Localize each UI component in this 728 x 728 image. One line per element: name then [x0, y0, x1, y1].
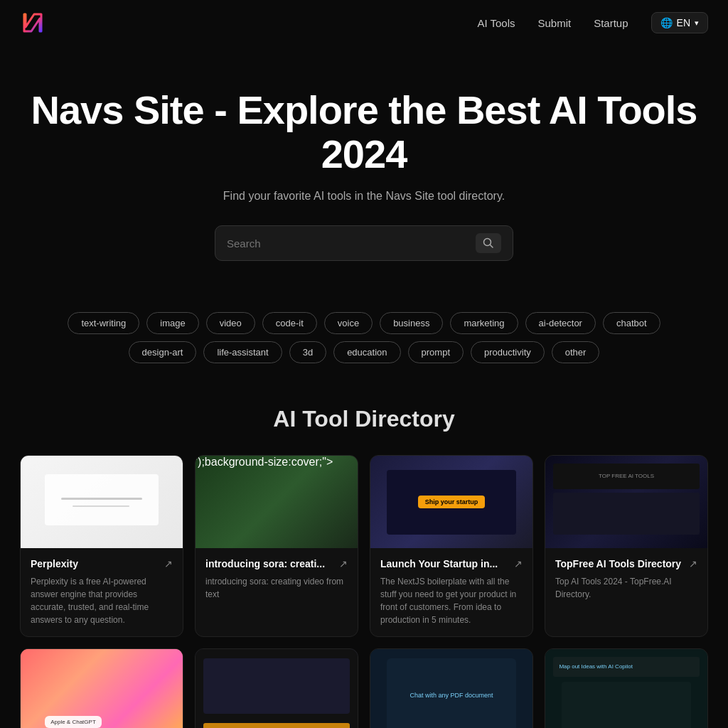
card-thumbnail-tap4: Apple & ChatGPT	[21, 649, 183, 728]
tag-3d[interactable]: 3d	[289, 341, 326, 363]
card-thumbnail-launch: Ship your startup	[370, 456, 532, 548]
language-icon: 🌐	[660, 17, 673, 28]
tag-marketing[interactable]: marketing	[450, 312, 518, 334]
tag-other[interactable]: other	[552, 341, 600, 363]
card-thumbnail-mymap: Map out Ideas with AI Copilot	[545, 649, 707, 728]
external-link-icon: ↗	[339, 558, 348, 569]
card-thumbnail-pdf: Chat with any PDF document	[370, 649, 532, 728]
search-box	[215, 225, 513, 261]
nav-startup[interactable]: Startup	[594, 17, 628, 29]
tag-text-writing[interactable]: text-writing	[68, 312, 139, 334]
external-link-icon: ↗	[689, 558, 697, 569]
external-link-icon: ↗	[514, 558, 523, 569]
card-body-topfree: TopFree AI Tools Directory ↗ Top AI Tool…	[545, 548, 707, 611]
card-title-perplexity: Perplexity	[31, 558, 78, 569]
language-label: EN	[677, 17, 690, 28]
card-body-launch: Launch Your Startup in... ↗ The NextJS b…	[370, 548, 532, 636]
card-title-launch: Launch Your Startup in...	[380, 558, 498, 569]
cards-grid: Perplexity ↗ Perplexity is a free AI-pow…	[20, 455, 708, 728]
card-tap4[interactable]: Apple & ChatGPT Tap4 AI Tools Directory …	[20, 648, 183, 728]
tag-video[interactable]: video	[206, 312, 255, 334]
card-launch-startup[interactable]: Ship your startup Launch Your Startup in…	[370, 455, 533, 637]
card-perplexity[interactable]: Perplexity ↗ Perplexity is a free AI-pow…	[20, 455, 183, 637]
card-suno[interactable]: Suno ↗	[195, 648, 358, 728]
card-title-sora: introducing sora: creati...	[205, 558, 325, 569]
hero-section: Navs Site - Explore the Best AI Tools 20…	[0, 46, 728, 312]
card-pdf-ai[interactable]: Chat with any PDF document PDF.ai | Chat…	[370, 648, 533, 728]
card-thumbnail-suno	[196, 649, 358, 728]
card-topfree[interactable]: TOP FREE AI TOOLS TopFree AI Tools Direc…	[545, 455, 708, 637]
search-button[interactable]	[476, 233, 501, 253]
card-desc-perplexity: Perplexity is a free AI-powered answer e…	[31, 575, 173, 626]
card-sora[interactable]: ');background-size:cover;"> introducing …	[195, 455, 358, 637]
card-thumbnail-perplexity	[21, 456, 183, 548]
navbar: AI Tools Submit Startup 🌐 EN ▾	[0, 0, 728, 46]
tag-code-it[interactable]: code-it	[262, 312, 317, 334]
tag-design-art[interactable]: design-art	[129, 341, 197, 363]
directory-title: AI Tool Directory	[20, 406, 708, 432]
tag-prompt[interactable]: prompt	[408, 341, 464, 363]
card-desc-topfree: Top AI Tools 2024 - TopFree.AI Directory…	[555, 575, 697, 601]
card-mymap[interactable]: Map out Ideas with AI Copilot mymap.ai: …	[545, 648, 708, 728]
card-desc-launch: The NextJS boilerplate with all the stuf…	[380, 575, 523, 626]
tag-voice[interactable]: voice	[324, 312, 373, 334]
card-body-sora: introducing sora: creati... ↗ introducin…	[196, 548, 358, 611]
tag-productivity[interactable]: productivity	[471, 341, 545, 363]
search-wrapper	[28, 225, 700, 261]
svg-line-2	[491, 245, 493, 248]
tag-life-assistant[interactable]: life-assistant	[203, 341, 282, 363]
card-title-topfree: TopFree AI Tools Directory	[555, 558, 681, 569]
hero-subtitle: Find your favorite AI tools in the Navs …	[28, 190, 700, 203]
tag-ai-detector[interactable]: ai-detector	[525, 312, 596, 334]
card-desc-sora: introducing sora: creating video from te…	[205, 575, 348, 601]
logo[interactable]	[20, 10, 46, 36]
card-thumbnail-sora: ');background-size:cover;">	[196, 456, 358, 548]
tag-chatbot[interactable]: chatbot	[603, 312, 660, 334]
search-icon	[483, 237, 494, 249]
tag-image[interactable]: image	[146, 312, 198, 334]
nav-links: AI Tools Submit Startup 🌐 EN ▾	[477, 12, 708, 33]
directory-section: AI Tool Directory Perplexity ↗ Perplexit…	[0, 378, 728, 728]
nav-ai-tools[interactable]: AI Tools	[477, 17, 515, 29]
tag-education[interactable]: education	[333, 341, 400, 363]
chevron-down-icon: ▾	[695, 18, 699, 28]
card-body-perplexity: Perplexity ↗ Perplexity is a free AI-pow…	[21, 548, 183, 636]
language-button[interactable]: 🌐 EN ▾	[651, 12, 708, 33]
nav-submit[interactable]: Submit	[537, 17, 571, 29]
hero-title: Navs Site - Explore the Best AI Tools 20…	[28, 88, 700, 176]
external-link-icon: ↗	[164, 558, 173, 569]
tags-container: text-writing image video code-it voice b…	[0, 312, 728, 378]
card-thumbnail-topfree: TOP FREE AI TOOLS	[545, 456, 707, 548]
tag-business[interactable]: business	[380, 312, 443, 334]
search-input[interactable]	[227, 237, 469, 250]
